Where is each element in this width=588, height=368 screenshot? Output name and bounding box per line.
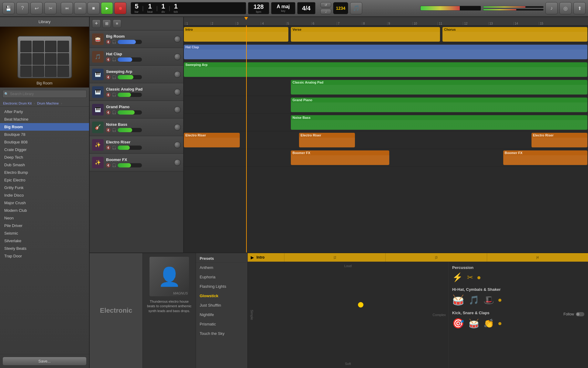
clap-icon[interactable]: 👏 <box>483 318 494 328</box>
xy-pad[interactable]: Loud Soft Simple Complex <box>248 262 448 368</box>
track-solo-4[interactable]: 🎧 <box>112 110 116 115</box>
track-mute-3[interactable]: 🔇 <box>106 93 111 97</box>
library-item-boutique-78[interactable]: Boutique 78 <box>0 131 89 138</box>
clip-2-0[interactable]: Sweeping Arp <box>184 62 587 77</box>
track-fader-6[interactable] <box>118 146 142 150</box>
library-item-seismic[interactable]: Seismic <box>0 229 89 237</box>
shaker-icon[interactable]: 🎵 <box>469 295 479 305</box>
preset-item-prismatic[interactable]: Prismatic <box>196 319 247 329</box>
preset-item-nightlife[interactable]: Nightlife <box>196 310 247 319</box>
track-row-boomer-fx[interactable]: ✨ Boomer FX 🔇 🎧 <box>90 154 183 171</box>
follow-switch[interactable] <box>576 312 584 316</box>
clip-6-1[interactable]: Electro Riser <box>299 133 355 147</box>
library-item-silverlake[interactable]: Silverlake <box>0 237 89 245</box>
clip-1-0[interactable]: Hat Clap <box>184 45 587 59</box>
metronome-button[interactable]: 🎵 <box>350 2 362 14</box>
track-fader-4[interactable] <box>118 110 142 115</box>
track-solo-0[interactable]: 🎧 <box>112 40 116 44</box>
library-item-indie-disco[interactable]: Indie Disco <box>0 191 89 199</box>
track-mute-5[interactable]: 🔇 <box>106 128 111 132</box>
signature-display[interactable]: 4/4 <box>297 2 315 14</box>
library-item-steely-beats[interactable]: Steely Beats <box>0 245 89 252</box>
track-fader-0[interactable] <box>118 40 142 44</box>
library-item-big-room[interactable]: Big Room <box>0 123 89 131</box>
play-button[interactable]: ▶ <box>101 2 113 14</box>
clip-7-0[interactable]: Boomer FX <box>291 150 389 165</box>
library-item-boutique-808[interactable]: Boutique 808 <box>0 138 89 146</box>
track-mute-6[interactable]: 🔇 <box>106 146 111 150</box>
pad-6[interactable] <box>33 53 44 65</box>
cymbal-icon[interactable]: 🎩 <box>483 295 494 305</box>
pad-8[interactable] <box>57 53 69 65</box>
clip-5-0[interactable]: Noise Bass <box>291 115 587 130</box>
library-item-major-crush[interactable]: Major Crush <box>0 199 89 207</box>
track-mute-2[interactable]: 🔇 <box>106 75 111 79</box>
clip-0-0[interactable]: Intro <box>184 27 288 42</box>
track-mute-0[interactable]: 🔇 <box>106 40 111 44</box>
stop-button[interactable]: ⏹ <box>88 2 100 14</box>
library-item-pile-driver[interactable]: Pile Driver <box>0 222 89 229</box>
clip-6-2[interactable]: Electro Riser <box>531 133 587 147</box>
search-input[interactable] <box>2 90 87 98</box>
share-button[interactable]: ⬆ <box>573 2 586 14</box>
track-fader-7[interactable] <box>118 163 142 167</box>
pad-12[interactable] <box>57 66 69 77</box>
scissors-button[interactable]: ✂ <box>44 2 57 14</box>
pad-4[interactable] <box>57 41 69 52</box>
pad-1[interactable] <box>20 41 32 52</box>
add-track-button[interactable]: + <box>92 19 101 28</box>
track-fader-1[interactable] <box>118 57 142 62</box>
track-knob-3[interactable] <box>174 89 181 95</box>
track-solo-7[interactable]: 🎧 <box>112 163 116 167</box>
clip-0-2[interactable]: Chorus <box>442 27 587 42</box>
library-item-deep-tech[interactable]: Deep Tech <box>0 153 89 161</box>
track-knob-5[interactable] <box>174 124 181 131</box>
rewind-button[interactable]: ⏮ <box>61 2 73 14</box>
library-item-trap-door[interactable]: Trap Door <box>0 252 89 260</box>
preset-item-flashing-lights[interactable]: Flashing Lights <box>196 282 247 291</box>
pad-7[interactable] <box>45 53 57 65</box>
track-row-big-room[interactable]: 🥁 Big Room 🔇 🎧 <box>90 30 183 48</box>
track-knob-7[interactable] <box>174 159 181 166</box>
track-mute-1[interactable]: 🔇 <box>106 57 111 62</box>
track-row-noise-bass[interactable]: 🎸 Noise Bass 🔇 🎧 <box>90 119 183 136</box>
undo-button[interactable]: ↩ <box>30 2 43 14</box>
forward-button[interactable]: ⏭ <box>74 2 86 14</box>
track-fader-5[interactable] <box>118 128 142 132</box>
track-row-sweeping-arp[interactable]: 🎹 Sweeping Arp 🔇 🎧 <box>90 66 183 83</box>
pad-2[interactable] <box>33 41 44 52</box>
library-item-beat-machine[interactable]: Beat Machine <box>0 115 89 123</box>
clip-7-1[interactable]: Boomer FX <box>503 150 587 165</box>
plugins-button[interactable]: ◎ <box>559 2 572 14</box>
track-solo-6[interactable]: 🎧 <box>112 146 116 150</box>
clip-0-1[interactable]: Verse <box>291 27 440 42</box>
pad-5[interactable] <box>20 53 32 65</box>
library-item-epic-electro[interactable]: Epic Electro <box>0 176 89 184</box>
breadcrumb-link-1[interactable]: Electronic Drum Kit <box>3 101 32 105</box>
track-knob-1[interactable] <box>174 53 181 60</box>
pad-10[interactable] <box>33 66 44 77</box>
track-row-classic-analog-pad[interactable]: 🎹 Classic Analog Pad 🔇 🎧 <box>90 83 183 101</box>
preset-item-just-shufflin[interactable]: Just Shufflin <box>196 301 247 310</box>
smart-controls-button[interactable]: ⊞ <box>102 19 111 28</box>
preset-item-glowstick[interactable]: Glowstick <box>196 291 247 301</box>
library-item-modern-club[interactable]: Modern Club <box>0 207 89 214</box>
track-row-hat-clap[interactable]: 🎵 Hat Clap 🔇 🎧 <box>90 48 183 66</box>
snare-icon[interactable]: 🥁 <box>469 318 479 328</box>
tuner-button[interactable]: ♩ <box>320 9 331 14</box>
track-fader-2[interactable] <box>118 75 142 79</box>
clip-4-0[interactable]: Grand Piano <box>291 98 587 112</box>
score-button[interactable]: ♪ <box>545 2 558 14</box>
preset-item-touch-the-sky[interactable]: Touch the Sky <box>196 329 247 338</box>
preset-item-anthem[interactable]: Anthem <box>196 263 247 272</box>
track-mute-4[interactable]: 🔇 <box>106 110 111 115</box>
bpm-display[interactable]: 128 bpm <box>248 2 269 14</box>
save-button[interactable]: Save... <box>2 357 87 366</box>
library-item-electro-bump[interactable]: Electro Bump <box>0 169 89 176</box>
library-item-neon[interactable]: Neon <box>0 214 89 222</box>
scissors-cross-icon[interactable]: ✂ <box>467 273 473 282</box>
track-solo-3[interactable]: 🎧 <box>112 93 116 97</box>
track-knob-4[interactable] <box>174 106 181 113</box>
library-item-crate-digger[interactable]: Crate Digger <box>0 146 89 153</box>
track-row-electro-riser[interactable]: ✨ Electro Riser 🔇 🎧 <box>90 136 183 154</box>
